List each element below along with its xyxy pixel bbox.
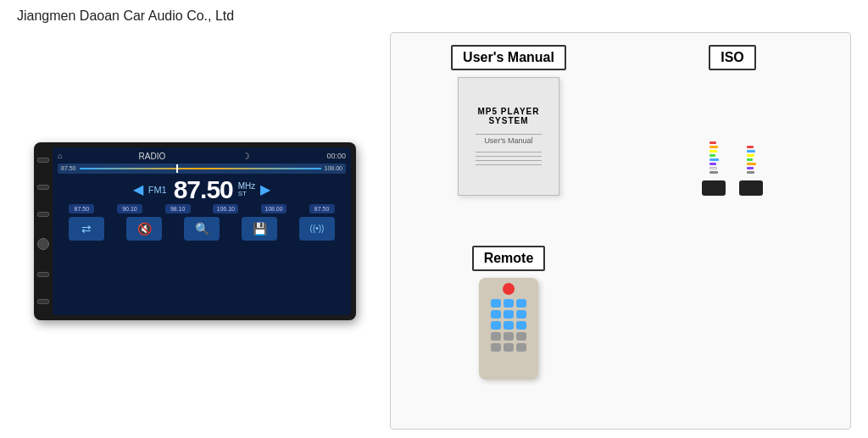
- car-radio: ⌂ RADIO ☽ 00:00 87.50 108.00: [34, 142, 356, 320]
- remote-row-4: [491, 332, 526, 341]
- brand-name: Jiangmen Daoan Car Audio Co., Ltd: [17, 8, 851, 24]
- remote-image: [479, 278, 538, 380]
- remote-btn-4[interactable]: [491, 310, 501, 319]
- remote-btn-15[interactable]: [516, 343, 526, 352]
- manual-label: User's Manual: [451, 45, 566, 70]
- freq-start: 87.50: [61, 165, 76, 171]
- remote-btn-3[interactable]: [516, 299, 526, 308]
- manual-book-subtitle: User's Manual: [484, 136, 532, 145]
- manual-line-5: [476, 164, 542, 165]
- volume-knob[interactable]: [37, 238, 49, 250]
- manual-item: User's Manual MP5 PLAYER SYSTEM User's M…: [403, 45, 615, 234]
- remote-btn-7[interactable]: [491, 321, 501, 330]
- eq-btn[interactable]: ((•)): [299, 217, 335, 241]
- mute-btn[interactable]: 🔇: [126, 217, 162, 241]
- radio-mode-label: RADIO: [139, 152, 166, 161]
- preset-6[interactable]: 87.50: [309, 204, 335, 213]
- screen-top-bar: ⌂ RADIO ☽ 00:00: [58, 151, 346, 162]
- action-row: ⇄ 🔇 🔍 💾 ((•)): [58, 217, 346, 241]
- iso-image: [682, 77, 783, 196]
- side-buttons: [34, 142, 53, 320]
- preset-row: 87.50 90.10 98.10 106.10 108.00 87.50: [58, 204, 346, 213]
- left-panel: ⌂ RADIO ☽ 00:00 87.50 108.00: [17, 32, 373, 430]
- clock-display: 00:00: [326, 152, 346, 160]
- manual-divider: [476, 134, 542, 135]
- page: Jiangmen Daoan Car Audio Co., Ltd ⌂: [0, 0, 868, 438]
- prev-station-btn[interactable]: ◀: [133, 181, 143, 197]
- connector-2: [739, 180, 763, 196]
- freq-unit: MHz ST: [238, 182, 256, 197]
- wire-bundle-2: [747, 146, 756, 174]
- remote-btn-14[interactable]: [504, 343, 514, 352]
- connector-1: [702, 180, 726, 196]
- remote-btn-12[interactable]: [516, 332, 526, 341]
- manual-line-3: [476, 156, 542, 157]
- remote-btn-11[interactable]: [504, 332, 514, 341]
- accessories-panel: User's Manual MP5 PLAYER SYSTEM User's M…: [390, 32, 851, 430]
- remote-btn-6[interactable]: [516, 310, 526, 319]
- screen-area: ⌂ RADIO ☽ 00:00 87.50 108.00: [53, 147, 351, 315]
- preset-1[interactable]: 87.50: [69, 204, 94, 213]
- manual-image: MP5 PLAYER SYSTEM User's Manual: [458, 77, 559, 196]
- home-icon: ⌂: [58, 152, 62, 160]
- remote-btn-9[interactable]: [516, 321, 526, 330]
- remote-btn-10[interactable]: [491, 332, 501, 341]
- side-btn-3[interactable]: [37, 212, 49, 217]
- remote-power-btn[interactable]: [503, 283, 515, 295]
- freq-marker: [176, 164, 178, 173]
- freq-stereo: ST: [238, 191, 247, 197]
- frequency-value: 87.50: [174, 177, 233, 202]
- source-btn[interactable]: ⇄: [69, 217, 104, 241]
- remote-row-2: [491, 310, 526, 319]
- remote-btn-5[interactable]: [504, 310, 514, 319]
- empty-cell: [626, 246, 838, 418]
- preset-5[interactable]: 108.00: [261, 204, 287, 213]
- wire-bundle-1: [709, 141, 719, 174]
- manual-line-2: [476, 152, 542, 152]
- iso-label: ISO: [709, 45, 756, 70]
- preset-3[interactable]: 98.10: [165, 204, 191, 213]
- side-btn-5[interactable]: [37, 299, 49, 304]
- manual-line-4: [476, 160, 542, 161]
- remote-btn-13[interactable]: [491, 343, 501, 352]
- main-content: ⌂ RADIO ☽ 00:00 87.50 108.00: [17, 32, 851, 430]
- moon-icon: ☽: [242, 151, 250, 162]
- iso-item: ISO: [626, 45, 838, 234]
- remote-btn-2[interactable]: [504, 299, 514, 308]
- save-btn[interactable]: 💾: [242, 217, 277, 241]
- remote-label: Remote: [472, 246, 546, 271]
- side-btn-1[interactable]: [37, 158, 49, 163]
- remote-item: Remote: [403, 246, 615, 418]
- remote-row-3: [491, 321, 526, 330]
- search-btn[interactable]: 🔍: [184, 217, 220, 241]
- frequency-bar: 87.50 108.00: [58, 164, 346, 174]
- remote-btn-8[interactable]: [504, 321, 514, 330]
- freq-line: [80, 168, 321, 169]
- freq-mhz: MHz: [238, 182, 256, 191]
- fm-label: FM1: [148, 185, 167, 195]
- manual-book-title: MP5 PLAYER SYSTEM: [467, 107, 550, 125]
- preset-4[interactable]: 106.10: [213, 204, 238, 213]
- side-btn-2[interactable]: [37, 185, 49, 190]
- freq-end: 108.00: [325, 165, 342, 171]
- remote-btn-1[interactable]: [491, 299, 501, 308]
- preset-2[interactable]: 90.10: [117, 204, 142, 213]
- remote-row-1: [491, 299, 526, 308]
- side-btn-4[interactable]: [37, 272, 49, 277]
- freq-display: ◀ FM1 87.50 MHz ST ▶: [58, 177, 346, 202]
- remote-row-5: [491, 343, 526, 352]
- next-station-btn[interactable]: ▶: [260, 181, 270, 197]
